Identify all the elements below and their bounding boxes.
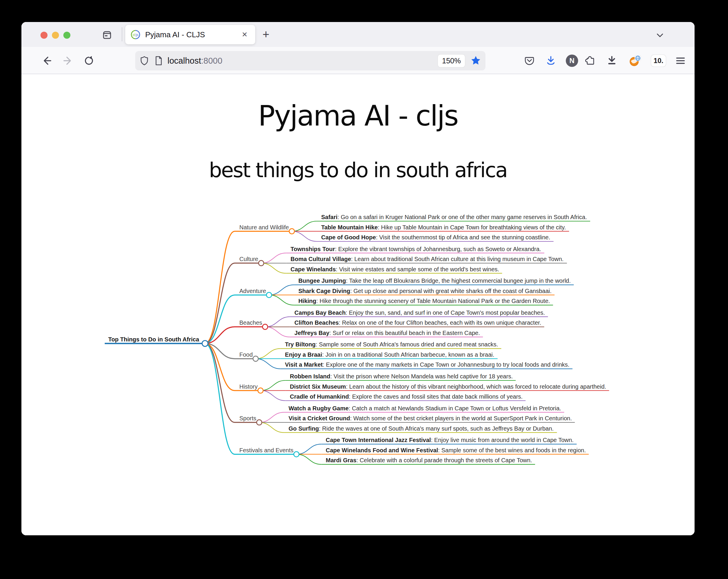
reload-button[interactable]	[82, 54, 95, 67]
mindmap-leaf-title: Townships Tour	[290, 246, 335, 252]
mindmap-link	[296, 454, 321, 465]
mindmap-link	[265, 317, 290, 327]
mindmap-link	[261, 263, 286, 273]
url-port: :8000	[201, 56, 222, 65]
mindmap-branch-label[interactable]: Sports	[239, 415, 256, 422]
svg-text:js: js	[135, 33, 138, 37]
mindmap-leaf: Camps Bay Beach: Enjoy the sun, sand, an…	[294, 309, 545, 316]
navigation-toolbar: localhost:8000 150% N	[21, 47, 695, 74]
tab-close-icon[interactable]: ✕	[239, 29, 250, 40]
mindmap-leaf: Cape Winelands Food and Wine Festival: S…	[326, 446, 586, 454]
mindmap-branch-label[interactable]: Beaches	[239, 319, 262, 326]
url-bar[interactable]: localhost:8000 150%	[135, 51, 486, 71]
zoom-level-badge[interactable]: 150%	[438, 55, 465, 67]
mindmap-leaf-title: Robben Island	[290, 373, 330, 379]
mindmap-node-circle[interactable]	[262, 324, 268, 330]
mindmap-branch-label[interactable]: History	[239, 383, 258, 390]
mindmap-leaf-title: Cape Winelands	[290, 266, 336, 272]
mindmap-leaf-desc: : Celebrate with a colorful parade throu…	[356, 457, 532, 464]
mindmap-leaf-title: Jeffreys Bay	[294, 330, 329, 336]
extensions-puzzle-icon[interactable]	[584, 54, 597, 67]
mindmap-leaf: Cape of Good Hope: Visit the southernmos…	[321, 234, 550, 241]
firefox-view-icon[interactable]	[102, 30, 112, 41]
mindmap-leaf-title: Enjoy a Braai	[285, 351, 322, 358]
mindmap-node-circle[interactable]	[289, 229, 294, 234]
shield-permissions-icon[interactable]	[139, 56, 149, 66]
mindmap-leaf-title: Watch a Rugby Game	[289, 405, 349, 412]
tab-bar: cl js Pyjama AI - CLJS ✕ +	[21, 22, 695, 47]
mindmap-branch-label[interactable]: Adventure	[239, 287, 266, 295]
minimize-window-button[interactable]	[52, 32, 59, 39]
browser-window: cl js Pyjama AI - CLJS ✕ +	[21, 22, 695, 535]
mindmap-leaf-desc: : Visit the prison where Nelson Mandela …	[330, 373, 513, 379]
mindmap-leaf-desc: : Get up close and personal with great w…	[350, 288, 552, 294]
mindmap-leaf-desc: : Sample some of the best wines and food…	[438, 447, 586, 453]
zoom-window-button[interactable]	[63, 32, 70, 39]
account-initial: N	[566, 55, 578, 67]
mindmap-leaf: District Six Museum: Learn about the his…	[290, 383, 606, 390]
mindmap-leaf-desc: : Visit the southernmost tip of Africa a…	[376, 234, 550, 240]
mindmap-leaf: Boma Cultural Village: Learn about tradi…	[290, 255, 564, 263]
mindmap-link	[259, 413, 284, 423]
page-info-icon[interactable]	[153, 56, 163, 66]
bookmark-star-icon[interactable]	[470, 55, 481, 66]
tab-title: Pyjama AI - CLJS	[145, 30, 239, 39]
mindmap-link	[269, 285, 294, 295]
mindmap-leaf-title: Safari	[321, 214, 338, 220]
mindmap-leaf-title: Cape Winelands Food and Wine Festival	[326, 447, 438, 453]
mindmap-node-circle[interactable]	[266, 292, 271, 298]
mindmap-leaf-title: Try Biltong	[285, 341, 316, 348]
mindmap-leaf-desc: : Catch a match at Newlands Stadium in C…	[349, 405, 561, 412]
mindmap-leaf: Safari: Go on a safari in Kruger Nationa…	[321, 213, 587, 221]
mindmap-node-circle[interactable]	[257, 420, 262, 425]
mindmap-leaf-title: Go Surfing	[289, 425, 319, 432]
mindmap-link	[296, 444, 321, 454]
download-extension-icon[interactable]	[544, 54, 557, 67]
mindmap-branch-label[interactable]: Culture	[239, 255, 258, 263]
mindmap-node-circle[interactable]	[294, 452, 299, 457]
mindmap-leaf-title: Clifton Beaches	[294, 319, 339, 326]
mindmap-leaf-title: Table Mountain Hike	[321, 224, 378, 231]
mindmap-link	[205, 231, 235, 344]
url-text[interactable]: localhost:8000	[167, 56, 438, 66]
mindmap-link	[260, 380, 285, 391]
mindmap-link	[205, 343, 235, 454]
mindmap-leaf-title: Mardi Gras	[326, 457, 356, 464]
mindmap-node-circle[interactable]	[258, 260, 264, 266]
mindmap-leaf: Table Mountain Hike: Hike up Table Mount…	[321, 223, 566, 231]
list-tabs-chevron-icon[interactable]	[655, 31, 665, 40]
mindmap-node-circle[interactable]	[202, 341, 208, 346]
extension-badge-10[interactable]: 10.	[652, 54, 665, 67]
mindmap-leaf-desc: : Relax on one of the four Clifton beach…	[339, 319, 541, 326]
mindmap-root-label[interactable]: Top Things to Do in South Africa	[108, 336, 199, 343]
mindmap-leaf-desc: : Enjoy the sun, sand, and surf in one o…	[345, 310, 545, 316]
mindmap-node-circle[interactable]	[258, 388, 263, 393]
url-host: localhost	[167, 56, 201, 65]
mindmap-leaf-desc: : Explore the caves and fossil sites tha…	[349, 393, 523, 400]
active-tab[interactable]: cl js Pyjama AI - CLJS ✕	[125, 25, 255, 44]
close-window-button[interactable]	[41, 32, 48, 39]
mindmap-leaf: Hiking: Hike through the stunning scener…	[298, 297, 550, 305]
forward-button[interactable]	[62, 54, 75, 67]
mindmap-link	[205, 343, 235, 422]
account-badge[interactable]: N	[566, 54, 578, 67]
mindmap-leaf-desc: : Learn about the history of this vibran…	[346, 384, 606, 390]
mindmap-branch-label[interactable]: Nature and Wildlife	[239, 223, 289, 231]
new-tab-button[interactable]: +	[262, 27, 269, 41]
firefox-relay-icon[interactable]	[629, 54, 642, 67]
back-button[interactable]	[41, 54, 53, 67]
mindmap-leaf: Try Biltong: Sample some of South Africa…	[285, 341, 498, 348]
pocket-icon[interactable]	[523, 54, 536, 67]
mindmap-leaf: Visit a Cricket Ground: Watch some of th…	[289, 415, 572, 422]
mindmap-leaf-desc: : Surf or relax on this beautiful beach …	[329, 330, 480, 336]
mindmap-node-circle[interactable]	[253, 356, 258, 361]
downloads-button[interactable]	[605, 54, 618, 67]
mindmap-link	[269, 295, 294, 305]
mindmap-branch-label[interactable]: Food	[239, 351, 253, 359]
menu-hamburger-icon[interactable]	[674, 54, 687, 67]
mindmap-branch-label[interactable]: Festivals and Events	[239, 446, 294, 454]
mindmap-leaf: Clifton Beaches: Relax on one of the fou…	[294, 319, 542, 326]
mindmap-leaf-title: Visit a Market	[285, 361, 323, 368]
mindmap-leaf-desc: : Watch some of the best cricket players…	[350, 415, 572, 421]
extension-badge-label: 10.	[651, 55, 666, 67]
